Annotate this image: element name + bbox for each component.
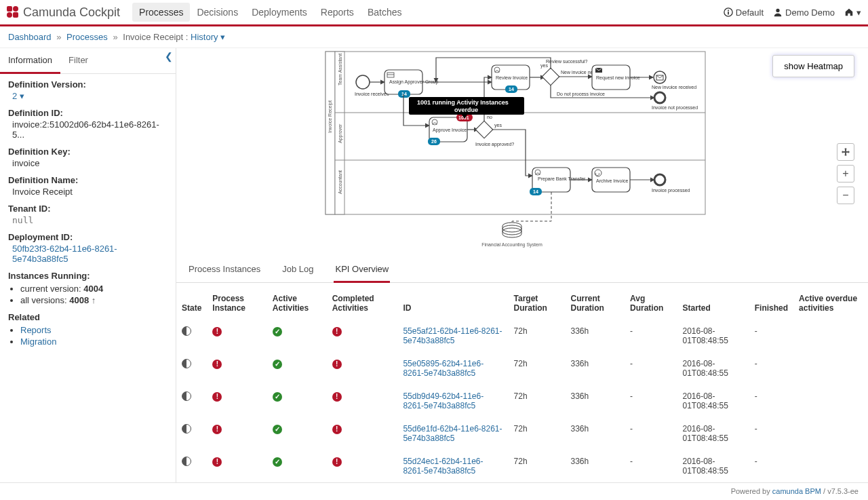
footer-product-link[interactable]: camunda BPM [772, 487, 821, 495]
def-name-label: Definition Name: [8, 175, 167, 185]
move-icon [841, 147, 850, 157]
instance-id-link[interactable]: 55db9d49-62b4-11e6-8261-5e74b3a88fc5 [403, 391, 484, 410]
bpmn-diagram[interactable]: Invoice Receipt Team Assistant Approver … [322, 48, 722, 252]
crumb-dashboard[interactable]: Dashboard [8, 32, 52, 42]
svg-text:14: 14 [533, 189, 538, 194]
state-running-icon [182, 457, 191, 466]
deployment-id-label: Deployment ID: [8, 232, 167, 242]
svg-text:Invoice approved?: Invoice approved? [475, 142, 514, 147]
svg-point-36 [654, 71, 666, 83]
table-row: !✓!55d24ec1-62b4-11e6-8261-5e74b3a88fc57… [176, 450, 868, 482]
instance-id-link[interactable]: 55d6e1fd-62b4-11e6-8261-5e74b3a88fc5 [403, 424, 502, 443]
avg-duration: - [625, 352, 677, 385]
nav-decisions[interactable]: Decisions [190, 3, 245, 22]
tab-filter[interactable]: Filter [60, 48, 96, 73]
related-reports-link[interactable]: Reports [20, 325, 52, 335]
sidebar: ❮ Information Filter Definition Version:… [0, 48, 176, 482]
avg-duration: - [625, 450, 677, 482]
active-overdue [793, 352, 868, 385]
svg-text:Invoice received: Invoice received [355, 92, 389, 96]
nav-reports[interactable]: Reports [314, 3, 361, 22]
user-menu[interactable]: Demo Demo [773, 7, 835, 18]
def-version-label: Definition Version: [8, 79, 167, 90]
svg-text:Financial Accounting System: Financial Accounting System [481, 242, 542, 248]
table-row: !✓!55e05895-62b4-11e6-8261-5e74b3a88fc57… [176, 352, 868, 385]
instance-id-link[interactable]: 55e5af21-62b4-11e6-8261-5e74b3a88fc5 [403, 326, 502, 345]
state-running-icon [182, 391, 191, 401]
instance-overdue-icon: ! [212, 327, 222, 336]
th-active-activities[interactable]: Active Activities [267, 287, 327, 320]
state-running-icon [182, 424, 191, 434]
nav-batches[interactable]: Batches [361, 3, 409, 22]
def-key-value: invoice [8, 158, 167, 168]
th-state[interactable]: State [176, 287, 207, 320]
th-completed-activities[interactable]: Completed Activities [327, 287, 398, 320]
th-avg-duration[interactable]: Avg Duration [625, 287, 677, 320]
topbar-right: Default Demo Demo ▾ [724, 7, 861, 18]
collapse-sidebar-icon[interactable]: ❮ [162, 50, 176, 63]
home-menu[interactable]: ▾ [844, 7, 861, 18]
show-heatmap-button[interactable]: show Heatmap [772, 55, 854, 77]
th-active-overdue[interactable]: Active overdue activities [793, 287, 868, 320]
crumb-process-name: Invoice Receipt [123, 32, 183, 42]
zoom-out-button[interactable]: − [837, 187, 854, 204]
nav-deployments[interactable]: Deployments [245, 3, 314, 22]
svg-rect-5 [728, 12, 729, 14]
main: ❮ Information Filter Definition Version:… [0, 48, 868, 482]
deployment-id-link[interactable]: 50fb23f3-62b4-11e6-8261-5e74b3a88fc5 [12, 244, 117, 264]
th-finished[interactable]: Finished [749, 287, 793, 320]
svg-text:Invoice processed: Invoice processed [652, 188, 690, 193]
current-duration: 336h [566, 352, 625, 385]
th-started[interactable]: Started [677, 287, 749, 320]
svg-text:Team Assistant: Team Assistant [338, 54, 342, 85]
top-nav: Processes Decisions Deployments Reports … [132, 3, 408, 22]
diagram-panel: show Heatmap + − Invoice Receipt [176, 48, 868, 252]
table-row: !✓!55db9d49-62b4-11e6-8261-5e74b3a88fc57… [176, 385, 868, 417]
tenant-id-label: Tenant ID: [8, 204, 167, 214]
tab-process-instances[interactable]: Process Instances [187, 257, 262, 282]
svg-text:Request new invoice: Request new invoice [596, 75, 640, 81]
avg-duration: - [625, 385, 677, 417]
svg-text:Approve Invoice: Approve Invoice [433, 128, 467, 133]
th-target-duration[interactable]: Target Duration [509, 287, 566, 320]
related-migration-link[interactable]: Migration [20, 336, 56, 347]
started: 2016-08-01T08:48:55 [677, 385, 749, 417]
crumb-processes[interactable]: Processes [66, 32, 108, 42]
def-version-dropdown[interactable]: 2 ▾ [12, 91, 24, 101]
svg-text:Prepare Bank Transfer: Prepare Bank Transfer [538, 176, 586, 182]
th-id[interactable]: ID [397, 287, 508, 320]
zoom-in-button[interactable]: + [837, 165, 854, 182]
svg-text:14: 14 [401, 92, 407, 96]
brand-title: Camunda Cockpit [23, 5, 120, 20]
th-current-duration[interactable]: Current Duration [566, 287, 625, 320]
tab-information[interactable]: Information [0, 48, 60, 74]
th-process-instance[interactable]: Process Instance [207, 287, 267, 320]
active-overdue [793, 320, 868, 352]
svg-point-66 [654, 174, 665, 185]
current-duration: 336h [566, 417, 625, 450]
completed-overdue-icon: ! [332, 360, 342, 369]
target-duration: 72h [509, 352, 566, 385]
svg-text:Do not process invoice: Do not process invoice [557, 92, 605, 97]
svg-point-40 [654, 92, 665, 103]
instances-all: all versions: 4008 ↑ [20, 295, 167, 305]
svg-text:26: 26 [431, 139, 437, 144]
arrow-up-icon[interactable]: ↑ [92, 295, 96, 305]
org-switcher[interactable]: Default [724, 7, 764, 18]
instances-running-label: Instances Running: [8, 271, 167, 281]
active-overdue [793, 385, 868, 417]
active-overdue [793, 450, 868, 482]
tab-job-log[interactable]: Job Log [281, 257, 315, 282]
finished: - [749, 352, 793, 385]
target-duration: 72h [509, 320, 566, 352]
svg-text:yes: yes [540, 63, 548, 69]
instance-id-link[interactable]: 55d24ec1-62b4-11e6-8261-5e74b3a88fc5 [403, 457, 483, 476]
svg-rect-6 [728, 10, 729, 12]
reset-view-button[interactable] [837, 143, 854, 161]
crumb-view-dropdown[interactable]: History ▾ [191, 32, 225, 42]
nav-processes[interactable]: Processes [132, 3, 190, 22]
instance-id-link[interactable]: 55e05895-62b4-11e6-8261-5e74b3a88fc5 [403, 359, 484, 378]
target-duration: 72h [509, 450, 566, 482]
svg-text:overdue: overdue [454, 107, 478, 113]
tab-kpi-overview[interactable]: KPI Overview [334, 257, 390, 283]
